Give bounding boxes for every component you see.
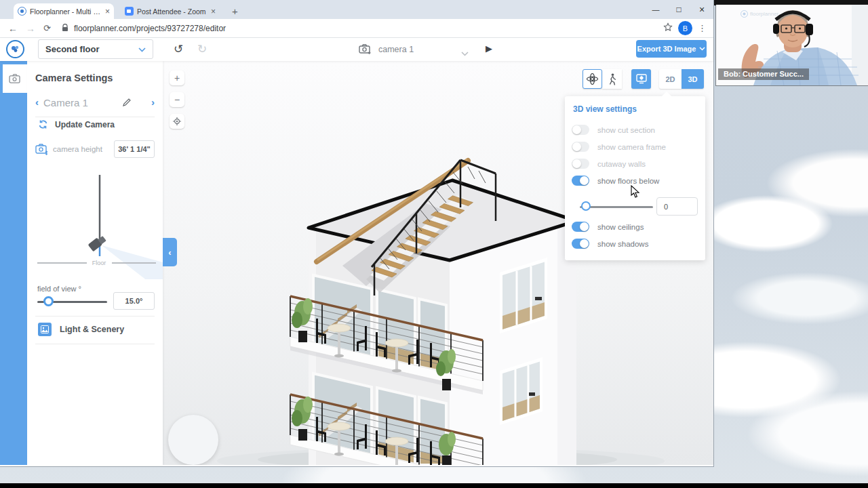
participant-name-tag: Bob: Customer Succ... [718,68,809,80]
maximize-button[interactable]: □ [667,0,690,19]
toggle-show-cut-section[interactable] [572,125,589,135]
bookmark-star-icon[interactable] [663,22,673,35]
update-camera-button[interactable]: Update Camera [38,119,115,129]
minimize-button[interactable]: — [644,0,667,19]
undo-icon[interactable]: ↺ [174,42,183,56]
toggle-label: show shadows [597,240,648,248]
left-tool-rail [0,61,27,465]
toggle-row-cut-section: show cut section [572,125,655,135]
fov-label: field of view ° [37,285,81,293]
edit-pencil-icon[interactable] [122,98,131,110]
mode-3d-button[interactable]: 3D [682,69,704,89]
watermark-text: floorplanner [750,11,778,17]
toggle-row-ceilings: show ceilings [572,222,644,232]
camera-3d-icon[interactable] [88,235,107,252]
floors-below-slider-track[interactable] [580,206,653,208]
browser-menu-icon[interactable]: ⋮ [698,23,707,33]
orbit-joystick[interactable] [168,415,218,465]
camera-height-input[interactable]: 36' 1 1/4" [114,140,155,158]
tab-zoom[interactable]: Post Attendee - Zoom × [121,3,220,19]
profile-avatar[interactable]: B [678,21,692,35]
new-tab-button[interactable]: + [232,5,238,17]
divider [35,344,155,344]
camera-height-row: camera height 36' 1 1/4" [35,140,155,158]
https-lock-icon [62,22,68,35]
camera-icon [9,74,21,83]
toggle-show-shadows[interactable] [572,239,589,249]
camera-height-label: camera height [53,145,102,153]
light-scenery-label: Light & Scenery [60,325,124,334]
reload-icon[interactable]: ⟳ [43,23,51,33]
panel-title: Camera Settings [35,73,113,83]
tab-title: Floorplanner - Multi Floor & Mu [30,7,102,16]
toggle-row-cutaway-walls: cutaway walls [572,159,646,169]
toggle-row-camera-frame: show camera frame [572,142,666,152]
mouse-cursor [631,185,640,201]
floorplanner-favicon [18,7,26,16]
floors-below-slider-thumb[interactable] [581,201,591,211]
zoom-in-button[interactable]: + [170,70,184,85]
screen: Floorplanner - Multi Floor & Mu × Post A… [0,0,868,488]
camera-dropdown-value[interactable]: camera 1 [378,45,414,54]
recenter-target-button[interactable] [170,114,184,129]
close-tab-icon[interactable]: × [105,7,110,16]
floor-label: Floor [92,260,106,266]
camera-settings-panel: Camera Settings ‹ Camera 1 › Update Came… [27,61,163,465]
camera-height-icon [35,144,49,155]
play-camera-icon[interactable]: ▶ [486,43,492,54]
tab-title: Post Attendee - Zoom [137,7,208,16]
toggle-label: show floors below [597,177,659,185]
divider [35,316,155,317]
chevron-down-icon[interactable] [461,47,469,59]
view-settings-button[interactable] [631,69,651,89]
floor-selector-dropdown[interactable]: Second floor [38,39,153,59]
chevron-down-icon [138,44,146,54]
toggle-label: show ceilings [597,223,644,231]
tab-strip: Floorplanner - Multi Floor & Mu × Post A… [0,0,713,19]
redo-icon: ↻ [197,42,207,56]
back-icon[interactable]: ← [8,23,18,34]
toggle-label: cutaway walls [597,160,646,168]
prev-camera-icon[interactable]: ‹ [35,96,39,108]
mode-2d-button[interactable]: 2D [659,69,682,89]
toggle-show-floors-below[interactable] [572,176,589,186]
refresh-icon [38,119,48,129]
toggle-show-ceilings[interactable] [572,222,589,232]
fov-slider-thumb[interactable] [43,296,54,306]
browser-window: Floorplanner - Multi Floor & Mu × Post A… [0,0,713,466]
url-text[interactable]: floorplanner.com/projects/93727278/edito… [74,24,663,33]
zoom-video-overlay[interactable]: floorplanner Bob: Customer Succ... [716,5,868,85]
scenery-image-icon [38,323,52,336]
fov-input[interactable]: 15.0° [113,292,155,310]
editor-toolbar: Second floor ↺ ↻ camera 1 ▶ Export 3D Im… [0,38,713,61]
export-3d-image-button[interactable]: Export 3D Image [636,40,707,58]
camera-height-visualization[interactable]: Floor [27,164,163,279]
floorplanner-logo[interactable] [6,40,24,58]
camera-name: Camera 1 [43,97,88,108]
next-camera-icon[interactable]: › [151,96,155,108]
zoom-out-button[interactable]: − [170,92,184,107]
3d-view-settings-panel: 3D view settings show cut section show c… [565,96,705,260]
orbit-mode-button[interactable] [583,69,602,89]
light-scenery-button[interactable]: Light & Scenery [38,323,124,336]
toggle-row-shadows: show shadows [572,239,648,249]
walk-mode-button[interactable] [602,69,622,89]
update-camera-label: Update Camera [55,120,115,129]
camera-panel-tab[interactable] [3,64,27,93]
3d-viewport[interactable]: + − [163,61,713,465]
watermark-logo-icon [741,10,748,18]
toggle-cutaway-walls[interactable] [572,159,589,169]
toggle-show-camera-frame[interactable] [572,142,589,152]
address-bar: ← → ⟳ floorplanner.com/projects/93727278… [0,19,713,38]
toggle-label: show cut section [597,126,655,134]
chevron-down-icon [699,47,705,51]
close-tab-icon[interactable]: × [211,7,216,16]
tab-floorplanner[interactable]: Floorplanner - Multi Floor & Mu × [14,3,114,19]
forward-icon: → [26,23,35,34]
add-camera-icon[interactable] [359,43,372,58]
orbit-icon [586,73,599,85]
close-window-button[interactable]: × [690,0,713,19]
collapse-sidebar-button[interactable]: ‹ [163,238,177,266]
floor-selector-value: Second floor [45,44,99,54]
floors-below-input[interactable]: 0 [656,197,698,216]
